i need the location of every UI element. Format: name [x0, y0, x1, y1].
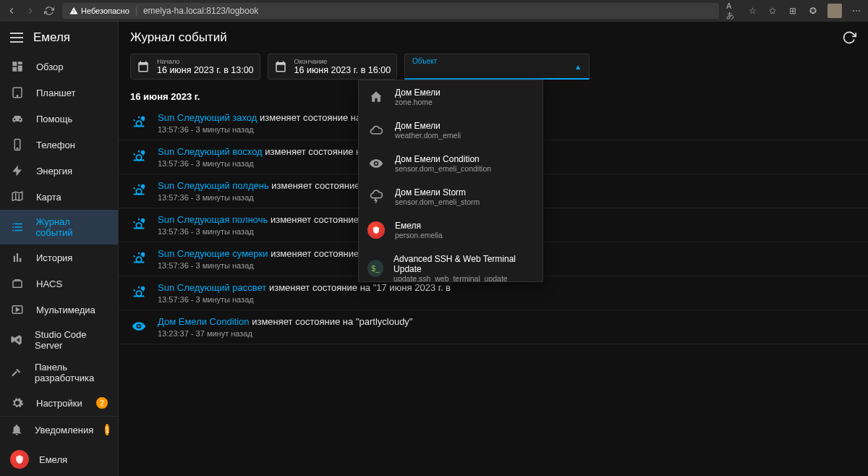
dropdown-item-id: weather.dom_emeli: [395, 131, 461, 140]
dropdown-item-name: Advanced SSH & Web Terminal Update: [393, 254, 534, 274]
svg-point-1: [17, 95, 18, 97]
list-icon: [10, 221, 24, 234]
dropdown-item[interactable]: Дом Емелиweather.dom_emeli: [359, 114, 542, 147]
start-date-label: Начало: [157, 58, 254, 65]
profile-avatar[interactable]: [827, 4, 842, 18]
sidebar-item-label: Планшет: [36, 88, 76, 98]
notification-badge: 1: [105, 424, 109, 435]
sidebar-item-media[interactable]: Мультимедиа: [0, 297, 118, 323]
user-avatar-icon: [10, 450, 29, 469]
gear-icon: [10, 396, 25, 409]
log-entity[interactable]: Sun Следующий восход: [158, 146, 263, 157]
start-date-value: 16 июня 2023 г. в 13:00: [157, 65, 254, 75]
sun-icon: [130, 182, 148, 199]
browser-chrome: Небезопасно | emelya-ha.local:8123/logbo…: [0, 0, 868, 22]
svg-point-11: [142, 151, 145, 154]
sidebar-item-notifications[interactable]: Уведомления 1: [0, 417, 118, 443]
sun-icon: [130, 148, 148, 165]
hacs-icon: [10, 277, 25, 290]
hammer-icon: [10, 366, 23, 379]
sidebar-item-bolt[interactable]: Энергия: [0, 158, 118, 184]
bell-icon: [10, 423, 23, 436]
dropdown-item-id: zone.home: [395, 98, 441, 106]
dropdown-item-name: Дом Емели Storm: [395, 187, 480, 197]
favorite-icon[interactable]: ☆: [746, 5, 758, 17]
chevron-up-icon[interactable]: ▲: [574, 62, 582, 70]
user-name: Емеля: [39, 454, 67, 465]
font-size-icon[interactable]: Aあ: [726, 5, 738, 17]
dropdown-item-id: person.emelia: [395, 231, 443, 239]
more-icon[interactable]: ⋯: [851, 5, 862, 17]
sidebar-item-label: Уведомления: [35, 425, 93, 435]
extensions-icon[interactable]: ✪: [807, 5, 819, 17]
sidebar-item-phone[interactable]: Телефон: [0, 132, 118, 158]
refresh-icon[interactable]: [842, 30, 856, 45]
log-entity[interactable]: Sun Следующий рассвет: [158, 282, 266, 293]
dashboard-icon: [10, 60, 25, 73]
svg-point-17: [142, 253, 145, 256]
tablet-icon: [10, 86, 25, 99]
dropdown-item[interactable]: Емеляperson.emelia: [359, 213, 542, 247]
url-text: emelya-ha.local:8123/logbook: [143, 6, 258, 16]
forward-icon[interactable]: [25, 5, 36, 17]
svg-point-16: [136, 257, 141, 262]
dropdown-item[interactable]: Дом Емели Stormsensor.dom_emeli_storm: [359, 180, 542, 213]
eye-icon: [130, 318, 148, 335]
log-entity[interactable]: Sun Следующий заход: [158, 112, 257, 123]
sidebar-item-label: Мультимедиа: [36, 305, 95, 315]
sidebar-item-dashboard[interactable]: Обзор: [0, 54, 118, 80]
log-entity[interactable]: Дом Емели Condition: [158, 316, 250, 327]
sidebar-item-chart[interactable]: История: [0, 245, 118, 271]
sidebar-item-list[interactable]: Журнал событий: [0, 210, 118, 245]
map-icon: [10, 190, 25, 203]
log-action: изменяет состояние на "17 июня 2023 г. в: [269, 282, 451, 293]
dropdown-item[interactable]: Дом Емели Conditionsensor.dom_emeli_cond…: [359, 147, 542, 180]
dropdown-item[interactable]: $_Advanced SSH & Web Terminal Updateupda…: [359, 247, 542, 282]
svg-point-15: [142, 219, 145, 222]
sidebar-item-hammer[interactable]: Панель разработчика: [0, 355, 118, 390]
sidebar-item-car[interactable]: Помощь: [0, 106, 118, 132]
sidebar-user[interactable]: Емеля: [0, 443, 118, 476]
favorites-bar-icon[interactable]: ✩: [767, 5, 778, 17]
dropdown-item[interactable]: Дом Емелиzone.home: [359, 80, 542, 114]
svg-point-10: [136, 155, 141, 160]
page-title: Журнал событий: [130, 30, 227, 45]
sidebar-item-label: Телефон: [36, 140, 75, 150]
menu-toggle-icon[interactable]: [10, 33, 23, 43]
entity-input[interactable]: [412, 65, 567, 75]
svg-point-8: [136, 121, 141, 126]
log-entity[interactable]: Sun Следующие сумерки: [158, 248, 268, 259]
car-icon: [10, 112, 25, 125]
svg-point-18: [136, 291, 141, 296]
sidebar-item-hacs[interactable]: HACS: [0, 271, 118, 297]
sidebar-item-map[interactable]: Карта: [0, 184, 118, 210]
log-row[interactable]: Дом Емели Condition изменяет состояние н…: [119, 310, 868, 344]
refresh-browser-icon[interactable]: [43, 5, 55, 17]
sidebar-item-label: Журнал событий: [35, 216, 108, 238]
eye-icon: [367, 155, 385, 172]
insecure-badge: Небезопасно: [69, 7, 129, 15]
sidebar-item-label: Обзор: [36, 61, 64, 72]
end-date-field[interactable]: Окончание 16 июня 2023 г. в 16:00: [268, 54, 398, 80]
chart-icon: [10, 251, 25, 264]
sidebar-item-tablet[interactable]: Планшет: [0, 80, 118, 106]
sidebar-item-vscode[interactable]: Studio Code Server: [0, 323, 118, 355]
url-bar[interactable]: Небезопасно | emelya-ha.local:8123/logbo…: [62, 3, 719, 19]
dropdown-item-id: update.ssh_web_terminal_update: [393, 274, 534, 282]
dropdown-item-name: Дом Емели Condition: [395, 154, 491, 164]
entity-field[interactable]: Объект ▲: [404, 54, 590, 80]
start-date-field[interactable]: Начало 16 июня 2023 г. в 13:00: [130, 54, 260, 80]
sidebar-item-gear[interactable]: Настройки2: [0, 390, 118, 416]
log-meta: 13:57:36 - 3 минуты назад: [158, 295, 451, 304]
log-entity[interactable]: Sun Следующий полдень: [158, 180, 269, 191]
collections-icon[interactable]: ⊞: [787, 5, 799, 17]
cloud-icon: [367, 122, 385, 139]
entity-label: Объект: [412, 57, 567, 65]
back-icon[interactable]: [6, 5, 17, 17]
storm-icon: [367, 188, 385, 205]
end-date-label: Окончание: [294, 58, 391, 65]
svg-point-9: [142, 117, 145, 120]
sidebar-item-label: Энергия: [36, 166, 72, 177]
ssh-icon: $_: [367, 260, 383, 277]
log-entity[interactable]: Sun Следующая полночь: [158, 214, 268, 225]
